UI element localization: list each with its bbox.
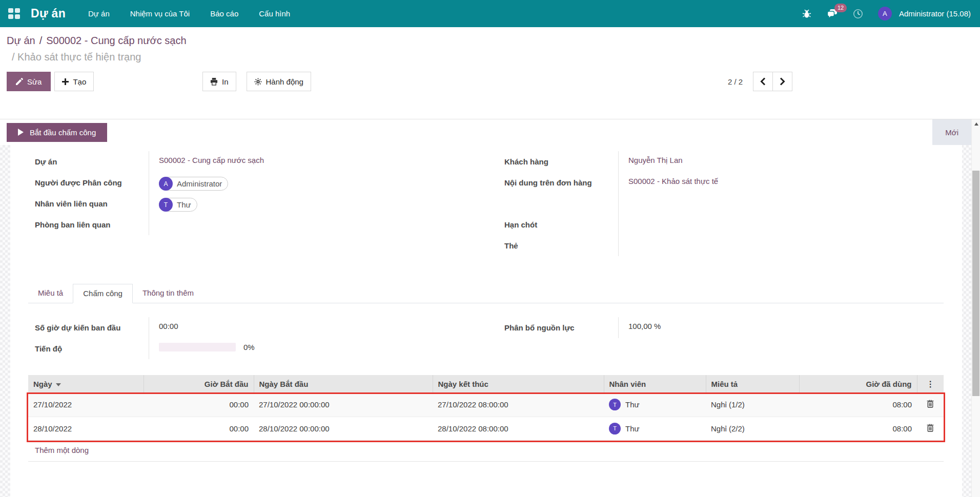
control-panel: Dự án/S00002 - Cung cấp nước sạch / Khảo…: [0, 27, 980, 119]
deadline-label: Hạn chót: [498, 214, 618, 235]
activities-clock-icon[interactable]: [852, 8, 864, 19]
trash-icon: [927, 424, 934, 432]
pager: 2 / 2: [728, 72, 792, 91]
col-header-date[interactable]: Ngày: [28, 375, 144, 393]
project-value-link[interactable]: S00002 - Cung cấp nước sạch: [159, 156, 264, 164]
cell-employee: T Thư: [604, 393, 706, 417]
timesheet-table: Ngày Giờ Bắt đầu Ngày Bắt đầu Ngày kết t…: [28, 375, 944, 462]
cell-hours: 08:00: [799, 393, 917, 417]
create-button[interactable]: Tạo: [54, 72, 94, 91]
cell-start-hour: 00:00: [144, 417, 254, 440]
debug-bug-icon[interactable]: [801, 8, 812, 19]
start-timesheet-label: Bắt đầu chấm công: [30, 128, 96, 137]
user-avatar[interactable]: A: [878, 7, 892, 20]
pencil-icon: [16, 78, 23, 85]
cell-date: 28/10/2022: [28, 417, 144, 440]
action-button[interactable]: Hành động: [247, 72, 311, 91]
cell-start-date: 28/10/2022 00:00:00: [254, 417, 433, 440]
breadcrumb-separator: /: [39, 35, 43, 46]
cell-end-date: 27/10/2022 08:00:00: [433, 393, 604, 417]
scrollbar-up-arrow[interactable]: [972, 119, 980, 128]
breadcrumb-parent[interactable]: S00002 - Cung cấp nước sạch: [46, 35, 186, 46]
assignee-name: Administrator: [177, 179, 222, 188]
cell-description: Nghỉ (2/2): [706, 417, 799, 440]
employee-label: Nhân viên liên quan: [28, 193, 149, 214]
play-icon: [18, 129, 24, 136]
app-title[interactable]: Dự án: [31, 7, 66, 20]
deadline-value[interactable]: [618, 214, 944, 235]
pager-previous-button[interactable]: [753, 72, 773, 91]
tab-description[interactable]: Miêu tả: [28, 284, 73, 303]
scrollbar-thumb[interactable]: [972, 171, 979, 396]
tab-timesheets[interactable]: Chấm công: [73, 284, 133, 303]
form-group-left: Dự án S00002 - Cung cấp nước sạch Người …: [28, 151, 474, 256]
user-menu[interactable]: Administrator (15.08): [899, 9, 971, 18]
nav-item-cau-hinh[interactable]: Cấu hình: [259, 9, 290, 18]
gear-icon: [254, 78, 262, 86]
notebook-tabs: Miêu tả Chấm công Thông tin thêm: [28, 284, 944, 303]
chevron-right-icon: [780, 77, 785, 86]
breadcrumb: Dự án/S00002 - Cung cấp nước sạch: [7, 35, 972, 47]
pane-group-right: Phân bổ nguồn lực 100,00 %: [498, 317, 944, 359]
apps-menu-icon[interactable]: [0, 0, 28, 27]
control-panel-buttons: Sửa Tạo In: [7, 72, 972, 91]
col-header-start-date[interactable]: Ngày Bắt đầu: [254, 375, 433, 393]
edit-button[interactable]: Sửa: [7, 72, 51, 91]
create-button-label: Tạo: [73, 77, 86, 86]
stage-badge[interactable]: Mới: [932, 119, 971, 145]
cell-description: Nghỉ (1/2): [706, 393, 799, 417]
sale-line-value-link[interactable]: S00002 - Khảo sát thực tế: [628, 177, 718, 185]
vertical-scrollbar[interactable]: [971, 119, 980, 497]
table-header-row: Ngày Giờ Bắt đầu Ngày Bắt đầu Ngày kết t…: [28, 375, 944, 393]
message-count-badge: 12: [834, 4, 847, 12]
pager-next-button[interactable]: [772, 72, 792, 91]
department-label: Phòng ban liên quan: [28, 214, 149, 235]
navbar-systray: 12 A Administrator (15.08): [801, 7, 980, 20]
printer-icon: [210, 78, 218, 86]
employee-chip[interactable]: T Thư: [159, 198, 197, 212]
optional-columns-icon[interactable]: ⋮: [917, 375, 944, 393]
breadcrumb-root[interactable]: Dự án: [7, 35, 35, 46]
col-header-description[interactable]: Miêu tả: [706, 375, 799, 393]
table-row[interactable]: 28/10/2022 00:00 28/10/2022 00:00:00 28/…: [28, 417, 944, 440]
messages-icon[interactable]: 12: [827, 8, 838, 19]
employee-row-name: Thư: [625, 424, 640, 433]
print-button[interactable]: In: [202, 72, 236, 91]
action-button-label: Hành động: [266, 77, 303, 86]
cell-employee: T Thư: [604, 417, 706, 440]
pane-group-left: Số giờ dự kiến ban đầu 00:00 Tiến độ 0%: [28, 317, 474, 359]
col-header-start-hour[interactable]: Giờ Bắt đầu: [144, 375, 254, 393]
nav-item-nhiem-vu-cua-toi[interactable]: Nhiệm vụ của Tôi: [130, 9, 190, 18]
assignee-chip[interactable]: A Administrator: [159, 177, 228, 191]
customer-label: Khách hàng: [498, 151, 618, 172]
assignee-label: Người được Phân công: [28, 172, 149, 193]
employee-avatar: T: [159, 198, 173, 212]
col-header-hours-spent[interactable]: Giờ đã dùng: [799, 375, 917, 393]
main-menu: Dự án Nhiệm vụ của Tôi Báo cáo Cấu hình: [88, 9, 290, 18]
form-background: Dự án S00002 - Cung cấp nước sạch Người …: [0, 145, 971, 497]
delete-row-button[interactable]: [927, 424, 934, 433]
customer-value-link[interactable]: Nguyễn Thị Lan: [628, 156, 683, 164]
project-label: Dự án: [28, 151, 149, 172]
grid-icon: [8, 8, 20, 19]
col-header-employee[interactable]: Nhân viên: [604, 375, 706, 393]
table-row[interactable]: 27/10/2022 00:00 27/10/2022 00:00:00 27/…: [28, 393, 944, 417]
allocation-label: Phân bổ nguồn lực: [498, 317, 618, 338]
nav-item-bao-cao[interactable]: Báo cáo: [210, 9, 238, 18]
col-header-end-date[interactable]: Ngày kết thúc: [433, 375, 604, 393]
add-line-link[interactable]: Thêm một dòng: [35, 446, 89, 454]
top-navbar: Dự án Dự án Nhiệm vụ của Tôi Báo cáo Cấu…: [0, 0, 980, 27]
breadcrumb-current: / Khảo sát thực tế hiện trạng: [12, 51, 972, 63]
delete-row-button[interactable]: [927, 400, 934, 409]
tags-value[interactable]: [618, 235, 944, 256]
nav-item-du-an[interactable]: Dự án: [88, 9, 110, 18]
department-value[interactable]: [149, 214, 474, 235]
start-timesheet-button[interactable]: Bắt đầu chấm công: [7, 123, 107, 142]
progress-value: 0%: [243, 343, 255, 351]
cell-start-date: 27/10/2022 00:00:00: [254, 393, 433, 417]
pager-value: 2 / 2: [728, 77, 743, 86]
cell-start-hour: 00:00: [144, 393, 254, 417]
planned-hours-value: 00:00: [149, 317, 474, 338]
planned-hours-label: Số giờ dự kiến ban đầu: [28, 317, 149, 338]
tab-extra-info[interactable]: Thông tin thêm: [133, 284, 203, 303]
